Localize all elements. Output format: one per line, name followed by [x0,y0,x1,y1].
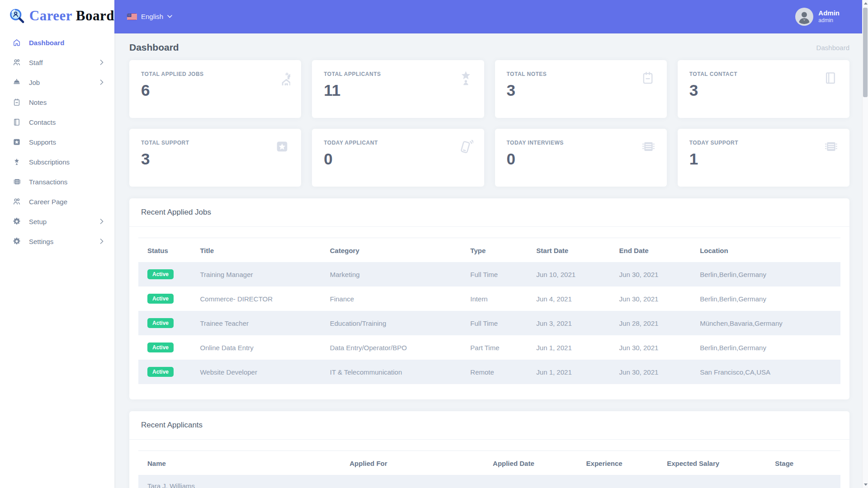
sidebar-item-settings[interactable]: Settings [0,231,114,251]
sidebar-item-transactions[interactable]: Transactions [0,172,114,192]
column-header: Name [138,451,340,475]
table-header-row: NameApplied ForApplied DateExperienceExp… [138,451,840,475]
contact-book-icon [822,70,839,85]
sidebar-item-subscriptions[interactable]: Subscriptions [0,152,114,172]
job-type-cell: Part Time [461,335,527,360]
status-badge: Active [147,269,174,279]
recent-applicants-thead: NameApplied ForApplied DateExperienceExp… [138,451,840,475]
stat-value: 11 [324,81,472,99]
brand-logo[interactable]: Career Board [0,0,114,32]
houses-icon [274,70,290,85]
job-location-cell: Berlin,Berlin,Germany [691,286,840,311]
people-icon [12,197,21,206]
job-icon [12,77,21,87]
column-header: Category [321,238,462,263]
chevron-down-icon [167,15,172,18]
applicant-name-cell: Tara J. WilliamsTaraJWilliams@dayrep.com [138,475,340,488]
sidebar-item-staff[interactable]: Staff [0,52,114,72]
job-start-date-cell: Jun 1, 2021 [527,335,610,360]
sidebar-item-label: Setup [29,218,47,225]
recent-jobs-tbody: ActiveTraining ManagerMarketingFull Time… [138,262,840,384]
recent-applicants-title: Recent Applicants [141,421,203,429]
job-end-date-cell: Jun 30, 2021 [610,360,691,384]
star-badge-icon [274,139,290,154]
user-role: admin [818,17,840,24]
us-flag-icon [127,14,137,20]
sidebar: Career Board DashboardStaff Job NotesCon… [0,0,114,488]
table-row: Tara J. WilliamsTaraJWilliams@dayrep.com… [138,475,840,488]
stat-card-total-applied-jobs: TOTAL APPLIED JOBS6 [129,60,301,118]
job-end-date-cell: Jun 30, 2021 [610,335,691,360]
job-location-cell: Berlin,Berlin,Germany [691,262,840,286]
recent-jobs-panel: Recent Applied Jobs StatusTitleCategoryT… [129,198,849,399]
page-head: Dashboard Dashboard [129,42,849,53]
stat-card-today-support: TODAY SUPPORT1 [678,129,849,187]
page-title: Dashboard [129,42,179,53]
user-menu[interactable]: Admin admin [795,8,840,26]
sidebar-item-label: Staff [29,59,43,66]
job-status-cell: Active [138,311,191,335]
scrollbar-thumb[interactable] [863,8,868,97]
sidebar-item-job[interactable]: Job [0,72,114,92]
sidebar-item-setup[interactable]: Setup [0,211,114,231]
job-status-cell: Active [138,360,191,384]
stat-value: 0 [324,150,472,168]
chevron-right-icon [100,80,104,85]
stat-value: 6 [141,81,289,99]
sidebar-item-label: Transactions [29,178,67,186]
sidebar-item-label: Notes [29,99,47,106]
stat-label: TOTAL APPLICANTS [324,71,472,77]
job-type-cell: Remote [461,360,527,384]
language-selector[interactable]: English [127,13,172,20]
job-start-date-cell: Jun 4, 2021 [527,286,610,311]
job-start-date-cell: Jun 10, 2021 [527,262,610,286]
recent-jobs-thead: StatusTitleCategoryTypeStart DateEnd Dat… [138,238,840,263]
scrollbar-up-arrow[interactable] [863,0,868,7]
stat-value: 3 [141,150,289,168]
stat-label: TODAY INTERVIEWS [507,140,655,146]
job-location-cell: Berlin,Berlin,Germany [691,335,840,360]
column-header: Applied For [340,451,484,475]
applicant-applied-date-cell: Jun 14, 2021 [484,475,577,488]
scrollbar-down-arrow[interactable] [863,481,868,488]
status-badge: Active [147,294,174,304]
job-status-cell: Active [138,286,191,311]
sidebar-item-label: Subscriptions [29,158,70,166]
sidebar-item-contacts[interactable]: Contacts [0,112,114,132]
sidebar-item-label: Job [29,79,40,86]
sidebar-item-label: Career Page [29,198,67,206]
job-title-cell: Commerce- DIRECTOR [191,286,321,311]
stat-value: 3 [507,81,655,99]
chevron-right-icon [100,219,104,224]
job-category-cell: IT & Telecommunication [321,360,462,384]
chip-icon [12,177,21,187]
sidebar-item-career-page[interactable]: Career Page [0,192,114,211]
sidebar-item-label: Dashboard [29,39,64,47]
job-category-cell: Data Entry/Operator/BPO [321,335,462,360]
main-area: English Admin admin Das [114,0,862,488]
stat-card-today-applicant: TODAY APPLICANT0 [312,129,484,187]
breadcrumb[interactable]: Dashboard [816,44,849,52]
column-header: End Date [610,238,691,263]
stat-label: TODAY APPLICANT [324,140,472,146]
recent-applicants-table: NameApplied ForApplied DateExperienceExp… [138,450,840,488]
notepad-icon [640,70,656,85]
sidebar-item-label: Contacts [29,118,56,126]
stat-value: 3 [689,81,838,99]
stat-card-total-contact: TOTAL CONTACT3 [678,60,849,118]
contact-book-icon [12,117,21,127]
sidebar-nav: DashboardStaff Job NotesContactsSupports… [0,32,114,251]
status-badge: Active [147,367,174,377]
job-category-cell: Marketing [321,262,462,286]
job-start-date-cell: Jun 3, 2021 [527,311,610,335]
job-end-date-cell: Jun 28, 2021 [610,311,691,335]
column-header: Location [691,238,840,263]
stat-card-today-interviews: TODAY INTERVIEWS0 [495,129,667,187]
applicant-expected-salary-cell: $5000 [658,475,766,488]
scrollbar [862,0,868,488]
stats-grid: TOTAL APPLIED JOBS6TOTAL APPLICANTS11TOT… [129,60,849,187]
column-header: Applied Date [484,451,577,475]
sidebar-item-supports[interactable]: Supports [0,132,114,152]
sidebar-item-dashboard[interactable]: Dashboard [0,33,114,52]
sidebar-item-notes[interactable]: Notes [0,92,114,112]
